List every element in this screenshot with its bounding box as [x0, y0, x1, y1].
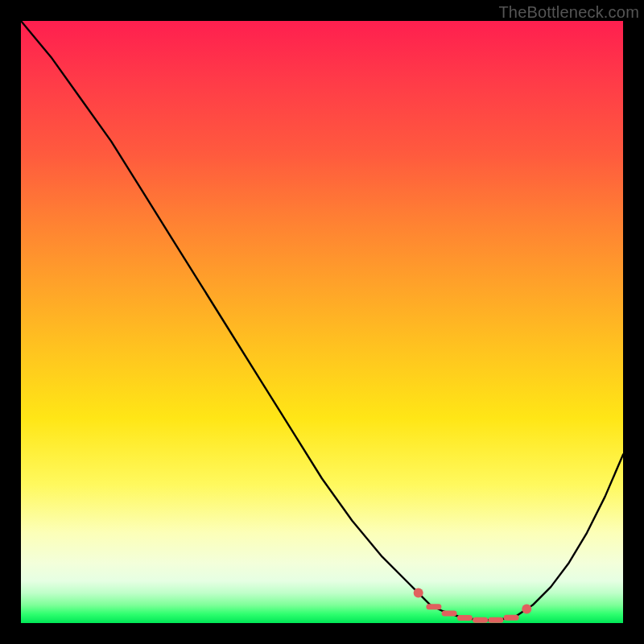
highlight-end-dot: [414, 588, 423, 598]
chart-container: TheBottleneck.com: [0, 0, 644, 644]
highlight-markers: [414, 588, 532, 621]
highlight-end-dot: [522, 605, 531, 614]
curve-layer: [21, 21, 623, 623]
watermark-text: TheBottleneck.com: [498, 3, 639, 22]
bottleneck-curve-line: [21, 21, 623, 620]
plot-area: [21, 21, 623, 623]
